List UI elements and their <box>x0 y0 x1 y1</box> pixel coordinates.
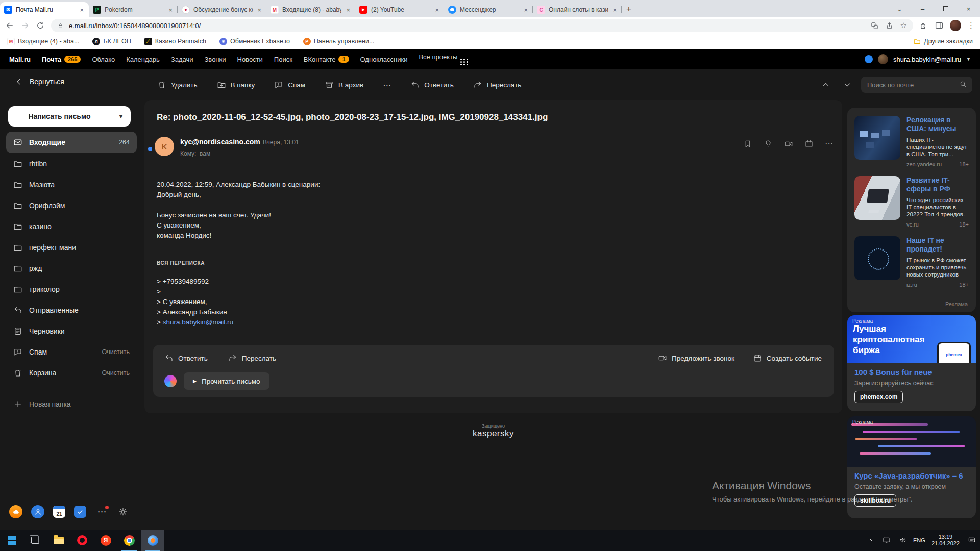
delete-button[interactable]: Удалить <box>157 80 198 89</box>
settings-gear-icon[interactable] <box>118 507 128 517</box>
nav-item-tasks[interactable]: Задачи <box>171 56 193 63</box>
reload-icon[interactable] <box>36 21 45 30</box>
tray-expand-button[interactable] <box>862 530 878 551</box>
sender-avatar[interactable]: K <box>155 137 174 156</box>
action-center-button[interactable] <box>964 530 980 551</box>
compose-button[interactable]: Написать письмо ▼ <box>8 106 131 127</box>
spam-button[interactable]: Спам <box>274 80 305 89</box>
calendar-app-icon[interactable]: 21 <box>53 506 65 518</box>
email-address-link[interactable]: shura.babykin@mail.ru <box>163 318 233 326</box>
calendar-icon[interactable] <box>804 139 814 148</box>
tab-close-icon[interactable]: × <box>79 6 85 14</box>
tab-close-icon[interactable]: × <box>434 6 440 14</box>
compose-dropdown-icon[interactable]: ▼ <box>111 113 131 119</box>
tab-pokerdom[interactable]: Pokerdom × <box>89 2 178 17</box>
tab-close-icon[interactable]: × <box>523 6 529 14</box>
sender-email[interactable]: kyc@nordiscasino.com <box>180 138 260 146</box>
sidebar-item-folder[interactable]: Мазюта <box>6 174 137 195</box>
thread-label[interactable]: ВСЯ ПЕРЕПИСКА <box>157 260 205 266</box>
ad-title[interactable]: Наше IT не пропадет! <box>906 236 969 254</box>
nav-item-all-projects[interactable]: Все проекты <box>419 53 469 65</box>
new-folder-button[interactable]: Новая папка <box>6 394 137 414</box>
nav-item-mail[interactable]: Почта265 <box>42 56 81 63</box>
phemex-ad-title[interactable]: 100 $ Bonus für neue <box>854 368 969 377</box>
tab-mailru[interactable]: Почта Mail.ru × <box>0 2 89 17</box>
email-recipients[interactable]: Кому: вам <box>180 150 210 157</box>
more-options-icon[interactable]: ⋯ <box>825 139 833 148</box>
bookmark-gmail[interactable]: Входящие (4) - aba... <box>7 38 79 45</box>
task-view-button[interactable] <box>23 530 47 551</box>
sidebar-item-folder[interactable]: перфект мани <box>6 237 137 258</box>
sidebar-item-spam[interactable]: СпамОчистить <box>6 341 137 362</box>
sidebar-item-folder[interactable]: rhtlbn <box>6 153 137 174</box>
tab-close-icon[interactable]: × <box>611 6 618 14</box>
ad-title[interactable]: Развитие IT-сферы в РФ <box>906 176 969 193</box>
tab-close-icon[interactable]: × <box>167 6 174 14</box>
sidebar-item-folder[interactable]: ржд <box>6 258 137 279</box>
nav-item-calendar[interactable]: Календарь <box>126 56 160 63</box>
sidebar-item-inbox[interactable]: Входящие264 <box>6 132 137 153</box>
network-tray-icon[interactable] <box>878 530 895 551</box>
tasks-app-icon[interactable] <box>74 506 86 518</box>
nav-item-vk[interactable]: ВКонтакте1 <box>304 56 349 63</box>
atom-browser-button[interactable] <box>141 530 164 551</box>
file-explorer-button[interactable] <box>47 530 70 551</box>
nav-item-cloud[interactable]: Облако <box>92 56 115 63</box>
archive-button[interactable]: В архив <box>325 80 363 89</box>
clear-trash-link[interactable]: Очистить <box>102 369 130 377</box>
skillbox-ad-card[interactable]: Реклама Курс «Java-разработчик» – 6 Оста… <box>847 416 976 518</box>
sidebar-item-drafts[interactable]: Черновики <box>6 320 137 341</box>
new-tab-button[interactable]: + <box>622 2 636 16</box>
tab-candy[interactable]: Онлайн слоты в казино Candy × <box>533 2 622 17</box>
more-actions-button[interactable]: ⋯ <box>383 80 391 90</box>
read-aloud-button[interactable]: ▶ Прочитать письмо <box>184 372 270 390</box>
nav-item-search[interactable]: Поиск <box>274 56 292 63</box>
bookmark-icon[interactable] <box>743 139 752 148</box>
chrome-button[interactable] <box>117 530 141 551</box>
tab-close-icon[interactable]: × <box>256 6 262 14</box>
opera-button[interactable] <box>70 530 94 551</box>
footer-reply-button[interactable]: Ответить <box>164 354 208 363</box>
move-to-folder-button[interactable]: В папку <box>217 80 255 89</box>
sidebar-item-folder[interactable]: триколор <box>6 279 137 299</box>
suggest-call-button[interactable]: Предложить звонок <box>658 354 734 363</box>
reply-button[interactable]: Ответить <box>410 80 454 89</box>
sidebar-item-trash[interactable]: КорзинаОчистить <box>6 362 137 383</box>
bookmark-exbase[interactable]: Обменник Exbase.io <box>219 38 290 45</box>
nav-item-news[interactable]: Новости <box>237 56 263 63</box>
create-event-button[interactable]: Создать событие <box>753 354 822 363</box>
ad-title[interactable]: Релокация в США: минусы <box>906 116 969 133</box>
bookmark-panel[interactable]: Панель управлени... <box>303 38 374 45</box>
news-ad-item[interactable]: Наше IT не пропадет! IT-рынок в РФ сможе… <box>854 236 969 288</box>
clear-spam-link[interactable]: Очистить <box>102 348 130 356</box>
phemex-link-button[interactable]: phemex.com <box>854 391 903 403</box>
video-call-icon[interactable] <box>784 139 793 148</box>
assistant-orb-icon[interactable] <box>164 375 177 387</box>
sidebar-item-folder[interactable]: казино <box>6 216 137 237</box>
volume-tray-icon[interactable] <box>895 530 911 551</box>
back-to-list-button[interactable]: Вернуться <box>14 77 64 86</box>
footer-forward-button[interactable]: Переслать <box>228 354 276 363</box>
dock-more-icon[interactable]: ⋯ <box>95 506 109 517</box>
phemex-ad-card[interactable]: Реклама Лучшая криптовалютная биржа phem… <box>847 315 976 411</box>
clock[interactable]: 13:19 21.04.2022 <box>927 534 964 547</box>
url-text[interactable]: e.mail.ru/inbox/0:16504489080001900714:0… <box>69 22 866 30</box>
news-ad-item[interactable]: Релокация в США: минусы Наших IT-специал… <box>854 116 969 167</box>
sidebar-item-folder[interactable]: Орифлэйм <box>6 195 137 216</box>
cloud-app-icon[interactable] <box>9 505 22 518</box>
tab-messenger[interactable]: Мессенджер × <box>444 2 533 17</box>
tab-gmail[interactable]: Входящие (8) - ababykin100@g × <box>266 2 355 17</box>
tab-close-icon[interactable]: × <box>345 6 351 14</box>
tab-youtube[interactable]: (2) YouTube × <box>355 2 444 17</box>
bookmark-leon[interactable]: БК ЛЕОН <box>92 38 131 45</box>
nav-item-ok[interactable]: Одноклассники <box>360 56 408 63</box>
back-icon[interactable] <box>5 21 14 30</box>
start-button[interactable] <box>0 530 23 551</box>
forward-icon[interactable] <box>20 21 30 30</box>
bookmark-parimatch[interactable]: Казино Parimatch <box>144 38 206 45</box>
prev-email-button[interactable] <box>818 77 834 92</box>
nav-item-calls[interactable]: Звонки <box>205 56 226 63</box>
skillbox-ad-title[interactable]: Курс «Java-разработчик» – 6 <box>854 471 969 480</box>
address-bar[interactable]: e.mail.ru/inbox/0:16504489080001900714:0… <box>51 19 913 32</box>
sidebar-item-sent[interactable]: Отправленные <box>6 299 137 320</box>
